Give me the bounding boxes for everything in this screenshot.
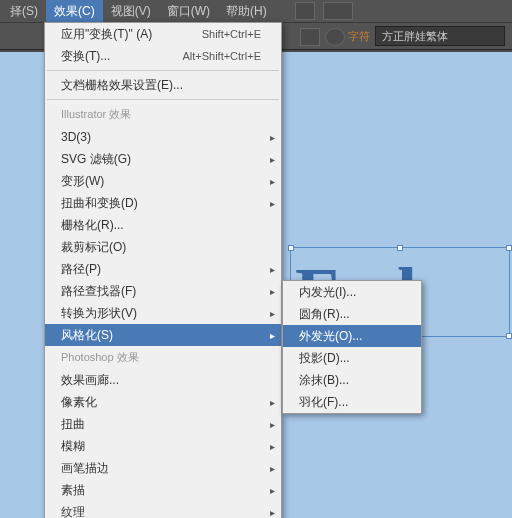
illustrator-item-2[interactable]: 变形(W) [45, 170, 281, 192]
menu-item-label: 栅格化(R)... [61, 217, 261, 234]
menu-item-label: 风格化(S) [61, 327, 261, 344]
illustrator-item-0[interactable]: 3D(3) [45, 126, 281, 148]
menu-effect[interactable]: 效果(C) [46, 0, 103, 23]
menu-item-label: 变形(W) [61, 173, 261, 190]
menu-select[interactable]: 择(S) [2, 0, 46, 23]
photoshop-item-1[interactable]: 像素化 [45, 391, 281, 413]
separator [47, 70, 279, 71]
menu-item-label: 外发光(O)... [299, 328, 401, 345]
illustrator-item-4[interactable]: 栅格化(R)... [45, 214, 281, 236]
stylize-item-3[interactable]: 投影(D)... [283, 347, 421, 369]
menu-item-label: 路径(P) [61, 261, 261, 278]
photoshop-item-2[interactable]: 扭曲 [45, 413, 281, 435]
stylize-item-4[interactable]: 涂抹(B)... [283, 369, 421, 391]
photoshop-item-0[interactable]: 效果画廊... [45, 369, 281, 391]
stylize-item-2[interactable]: 外发光(O)... [283, 325, 421, 347]
menu-item-label: SVG 滤镜(G) [61, 151, 261, 168]
illustrator-item-1[interactable]: SVG 滤镜(G) [45, 148, 281, 170]
illustrator-item-3[interactable]: 扭曲和变换(D) [45, 192, 281, 214]
handle-ne[interactable] [506, 245, 512, 251]
effect-menu: 应用"变换(T)" (A) Shift+Ctrl+E 变换(T)... Alt+… [44, 22, 282, 518]
menu-item-label: 扭曲和变换(D) [61, 195, 261, 212]
menu-item-label: 扭曲 [61, 416, 261, 433]
separator [47, 99, 279, 100]
menu-item-label: 素描 [61, 482, 261, 499]
font-family-select[interactable]: 方正胖娃繁体 [375, 26, 505, 46]
section-photoshop: Photoshop 效果 [45, 346, 281, 369]
toolbar-widget-1[interactable] [295, 2, 315, 20]
toolbar-widget-2[interactable] [323, 2, 353, 20]
menu-item-label: 画笔描边 [61, 460, 261, 477]
section-illustrator: Illustrator 效果 [45, 103, 281, 126]
menu-transform[interactable]: 变换(T)... Alt+Shift+Ctrl+E [45, 45, 281, 67]
menu-view[interactable]: 视图(V) [103, 0, 159, 23]
handle-se[interactable] [506, 333, 512, 339]
menu-item-label: 转换为形状(V) [61, 305, 261, 322]
circle-icon[interactable] [325, 28, 345, 46]
illustrator-item-5[interactable]: 裁剪标记(O) [45, 236, 281, 258]
menubar: 择(S) 效果(C) 视图(V) 窗口(W) 帮助(H) [0, 0, 512, 22]
menu-item-label: 效果画廊... [61, 372, 261, 389]
menu-item-label: 涂抹(B)... [299, 372, 401, 389]
illustrator-item-6[interactable]: 路径(P) [45, 258, 281, 280]
menu-doc-raster[interactable]: 文档栅格效果设置(E)... [45, 74, 281, 96]
menu-item-label: 羽化(F)... [299, 394, 401, 411]
menu-item-label: 像素化 [61, 394, 261, 411]
menu-apply-transform[interactable]: 应用"变换(T)" (A) Shift+Ctrl+E [45, 23, 281, 45]
handle-nw[interactable] [288, 245, 294, 251]
illustrator-item-9[interactable]: 风格化(S) [45, 324, 281, 346]
menu-item-label: 3D(3) [61, 130, 261, 144]
menu-help[interactable]: 帮助(H) [218, 0, 275, 23]
menu-item-label: 裁剪标记(O) [61, 239, 261, 256]
photoshop-item-4[interactable]: 画笔描边 [45, 457, 281, 479]
illustrator-item-7[interactable]: 路径查找器(F) [45, 280, 281, 302]
stylize-item-0[interactable]: 内发光(I)... [283, 281, 421, 303]
menu-item-label: 圆角(R)... [299, 306, 401, 323]
menu-item-label: 内发光(I)... [299, 284, 401, 301]
menu-item-label: 路径查找器(F) [61, 283, 261, 300]
stylize-item-5[interactable]: 羽化(F)... [283, 391, 421, 413]
photoshop-item-6[interactable]: 纹理 [45, 501, 281, 518]
color-swatch-icon[interactable] [300, 28, 320, 46]
menu-item-label: 纹理 [61, 504, 261, 519]
photoshop-item-3[interactable]: 模糊 [45, 435, 281, 457]
character-label: 字符 [348, 29, 370, 44]
menu-window[interactable]: 窗口(W) [159, 0, 218, 23]
illustrator-item-8[interactable]: 转换为形状(V) [45, 302, 281, 324]
photoshop-item-5[interactable]: 素描 [45, 479, 281, 501]
stylize-item-1[interactable]: 圆角(R)... [283, 303, 421, 325]
menu-item-label: 模糊 [61, 438, 261, 455]
handle-n[interactable] [397, 245, 403, 251]
stylize-submenu: 内发光(I)...圆角(R)...外发光(O)...投影(D)...涂抹(B).… [282, 280, 422, 414]
menu-item-label: 投影(D)... [299, 350, 401, 367]
